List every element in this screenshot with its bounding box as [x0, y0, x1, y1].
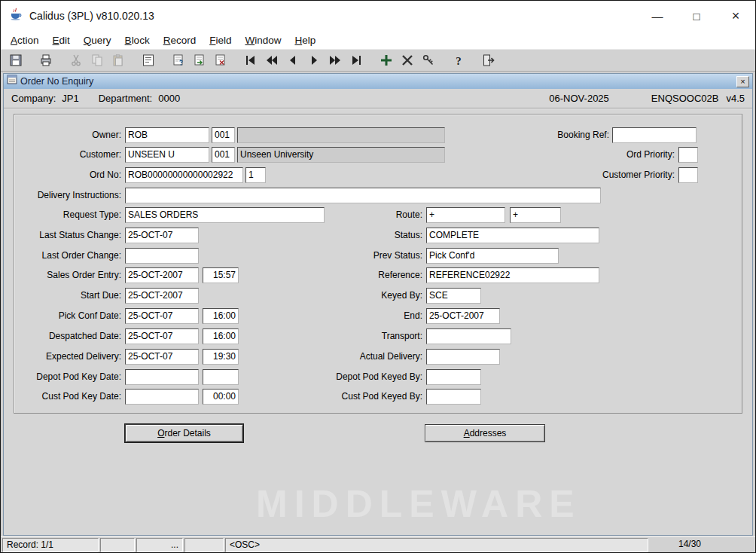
ord-seq-field[interactable]: 1: [245, 167, 266, 183]
mdi-title-bar: Order No Enquiry ×: [4, 74, 752, 89]
record-indicator: Record: 1/1: [2, 538, 99, 552]
menu-action[interactable]: Action: [4, 33, 46, 47]
customer-code-field[interactable]: 001: [212, 147, 235, 163]
mdi-close-button[interactable]: ×: [736, 76, 749, 87]
watermark: MIDDLEWARE: [256, 482, 581, 526]
prev-status-field[interactable]: Pick Conf'd: [426, 248, 559, 264]
owner-name-field: [237, 127, 445, 143]
menu-help[interactable]: Help: [288, 33, 322, 47]
maximize-button[interactable]: □: [677, 1, 716, 31]
sales-order-entry-date-field[interactable]: 25-OCT-2007: [125, 267, 199, 283]
menu-record[interactable]: Record: [157, 33, 203, 47]
page-indicator: 14/30: [678, 539, 701, 549]
close-button[interactable]: ×: [716, 1, 755, 31]
ord-priority-field[interactable]: [678, 147, 698, 163]
depot-pod-key-date-label: Depot Pod Key Date:: [8, 369, 121, 385]
execute-query-icon[interactable]: [191, 51, 209, 69]
last-order-change-field[interactable]: [125, 248, 199, 264]
end-field[interactable]: 25-OCT-2007: [426, 308, 500, 324]
addresses-button[interactable]: Addresses: [425, 424, 545, 442]
pick-conf-date-label: Pick Conf Date:: [8, 308, 121, 324]
minimize-button[interactable]: —: [638, 1, 677, 31]
lock-record-icon[interactable]: [419, 51, 437, 69]
reference-field[interactable]: REFERENCE02922: [426, 267, 599, 283]
cust-pod-key-time-field[interactable]: 00:00: [203, 389, 239, 405]
route-field-2[interactable]: +: [510, 207, 561, 223]
status-label: Status:: [309, 228, 422, 243]
sales-order-entry-label: Sales Order Entry:: [8, 267, 121, 283]
paste-icon: [109, 51, 127, 69]
print-icon[interactable]: [37, 51, 55, 69]
osc-indicator: <OSC>: [225, 538, 648, 552]
owner-field[interactable]: ROB: [125, 127, 209, 143]
actual-delivery-field[interactable]: [426, 349, 500, 365]
delivery-instructions-field[interactable]: [125, 188, 601, 203]
java-icon: [8, 7, 23, 25]
status-cell-3: ...: [136, 538, 183, 552]
menu-query[interactable]: Query: [77, 33, 118, 47]
request-type-label: Request Type:: [8, 207, 121, 223]
current-date: 06-NOV-2025: [549, 93, 609, 104]
customer-priority-field[interactable]: [678, 167, 698, 183]
expected-delivery-time-field[interactable]: 19:30: [203, 349, 239, 365]
last-record-icon[interactable]: [347, 51, 365, 69]
save-icon[interactable]: [7, 51, 25, 69]
department-value: 0000: [158, 93, 180, 104]
cancel-query-icon[interactable]: [212, 51, 230, 69]
menu-block[interactable]: Block: [118, 33, 157, 47]
keyed-by-field[interactable]: SCE: [426, 288, 481, 304]
request-type-field[interactable]: SALES ORDERS: [125, 207, 325, 223]
copy-icon: [88, 51, 106, 69]
context-header: Company: JP1 Department: 0000 06-NOV-202…: [4, 89, 752, 108]
next-record-icon[interactable]: [305, 51, 323, 69]
despatched-time-field[interactable]: 16:00: [203, 328, 239, 344]
order-details-button[interactable]: Order Details: [125, 424, 243, 442]
route-field-1[interactable]: +: [426, 207, 505, 223]
pick-conf-time-field[interactable]: 16:00: [203, 308, 239, 324]
ord-no-field[interactable]: ROB00000000000002922: [125, 167, 243, 183]
keyed-by-label: Keyed By:: [309, 288, 422, 304]
menu-edit[interactable]: Edit: [46, 33, 77, 47]
ord-priority-label: Ord Priority:: [565, 147, 675, 163]
pick-conf-date-field[interactable]: 25-OCT-07: [125, 308, 199, 324]
customer-priority-label: Customer Priority:: [565, 167, 675, 183]
exit-icon[interactable]: [480, 51, 498, 69]
cust-pod-keyed-by-label: Cust Pod Keyed By:: [309, 389, 422, 405]
owner-code-field[interactable]: 001: [212, 127, 235, 143]
status-field[interactable]: COMPLETE: [426, 228, 599, 243]
despatched-date-field[interactable]: 25-OCT-07: [125, 328, 199, 344]
depot-pod-key-date-field[interactable]: [125, 369, 199, 385]
app-window: Calidus (3PL) v810.020.13 — □ × ActionEd…: [0, 0, 756, 553]
customer-name-field: Unseen University: [237, 147, 445, 163]
cust-pod-keyed-by-field[interactable]: [426, 389, 481, 405]
mdi-title: Order No Enquiry: [20, 76, 93, 87]
customer-field[interactable]: UNSEEN U: [125, 147, 209, 163]
sales-order-entry-time-field[interactable]: 15:57: [203, 267, 239, 283]
previous-record-icon[interactable]: [284, 51, 302, 69]
insert-record-icon[interactable]: [377, 51, 395, 69]
company-value: JP1: [62, 93, 78, 104]
next-block-icon[interactable]: [326, 51, 344, 69]
last-status-change-field[interactable]: 25-OCT-07: [125, 228, 199, 243]
department-label: Department:: [99, 93, 153, 104]
depot-pod-key-time-field[interactable]: [203, 369, 239, 385]
menu-window[interactable]: Window: [238, 33, 288, 47]
transport-field[interactable]: [426, 328, 511, 344]
prev-status-label: Prev Status:: [309, 248, 422, 264]
booking-ref-field[interactable]: [612, 127, 697, 143]
cut-icon: [67, 51, 85, 69]
edit-field-icon[interactable]: [139, 51, 157, 69]
despatched-date-label: Despatched Date:: [8, 328, 121, 344]
last-order-change-label: Last Order Change:: [8, 248, 121, 264]
cust-pod-key-date-field[interactable]: [125, 389, 199, 405]
first-record-icon[interactable]: [242, 51, 260, 69]
delete-record-icon[interactable]: [398, 51, 416, 69]
help-icon[interactable]: ?: [450, 51, 468, 69]
title-bar: Calidus (3PL) v810.020.13 — □ ×: [1, 1, 755, 31]
enter-query-icon[interactable]: [169, 51, 187, 69]
menu-field[interactable]: Field: [203, 33, 238, 47]
start-due-field[interactable]: 25-OCT-2007: [125, 288, 199, 304]
depot-pod-keyed-by-field[interactable]: [426, 369, 481, 385]
previous-block-icon[interactable]: [263, 51, 281, 69]
expected-delivery-date-field[interactable]: 25-OCT-07: [125, 349, 199, 365]
